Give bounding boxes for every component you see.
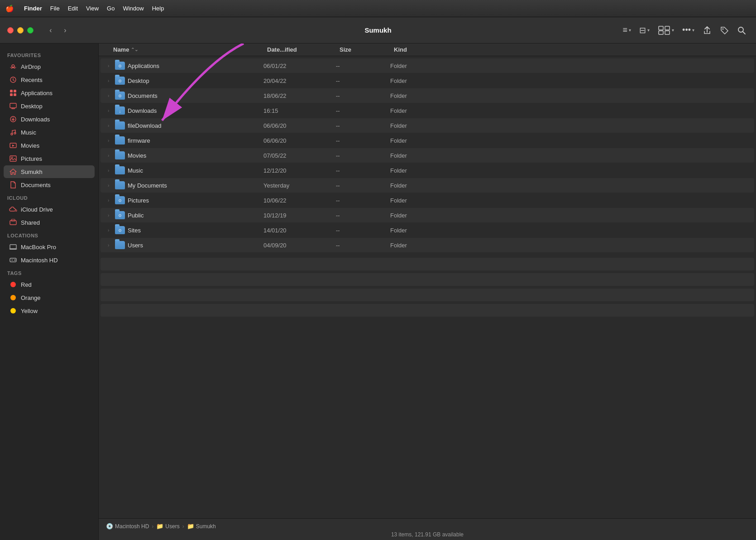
file-date: 18/06/22 [263, 92, 336, 99]
file-size: -- [336, 182, 390, 189]
breadcrumb-macintosh[interactable]: 💿 Macintosh HD [106, 523, 149, 530]
name-column-header[interactable]: Name ⌃⌄ [113, 46, 267, 53]
row-expander[interactable]: › [108, 243, 115, 248]
main-content: Name ⌃⌄ Date...ified Size Kind › Applica… [99, 43, 756, 540]
list-view-button[interactable]: ≡ ▾ [620, 24, 634, 37]
table-row[interactable]: › Applications 06/01/22 -- Folder [100, 58, 754, 73]
sidebar-item-sumukh[interactable]: Sumukh [4, 165, 95, 178]
locations-label: Locations [0, 229, 98, 240]
menu-finder[interactable]: Finder [24, 5, 42, 12]
row-expander[interactable]: › [108, 183, 115, 188]
menu-window[interactable]: Window [123, 5, 144, 12]
table-row[interactable]: › Users 04/09/20 -- Folder [100, 238, 754, 252]
date-column-header[interactable]: Date...ified [267, 46, 340, 53]
list-icon: ≡ [623, 25, 628, 35]
table-row[interactable]: › fileDownload 06/06/20 -- Folder [100, 118, 754, 133]
file-size: -- [336, 197, 390, 204]
column-headers: Name ⌃⌄ Date...ified Size Kind [99, 43, 756, 56]
menu-file[interactable]: File [50, 5, 60, 12]
search-button[interactable] [734, 24, 749, 37]
table-row[interactable]: › Public 10/12/19 -- Folder [100, 208, 754, 222]
icloud-icon [9, 205, 17, 213]
folder-icon [115, 150, 125, 160]
apple-menu[interactable]: 🍎 [5, 5, 14, 13]
sidebar-item-music[interactable]: Music [4, 126, 95, 139]
tag-button[interactable] [717, 24, 732, 37]
group-icon [658, 25, 670, 35]
table-row[interactable]: › My Documents Yesterday -- Folder [100, 178, 754, 193]
breadcrumb-sep-2: › [182, 523, 184, 530]
kind-column-header[interactable]: Kind [394, 46, 749, 53]
row-expander[interactable]: › [108, 123, 115, 128]
maximize-button[interactable] [27, 27, 33, 34]
sidebar-item-tag-orange[interactable]: Orange [4, 291, 95, 304]
laptop-icon [9, 243, 17, 251]
row-expander[interactable]: › [108, 153, 115, 158]
row-expander[interactable]: › [108, 213, 115, 218]
sidebar-item-macbook[interactable]: MacBook Pro [4, 241, 95, 253]
row-expander[interactable]: › [108, 228, 115, 233]
sidebar-item-movies[interactable]: Movies [4, 139, 95, 152]
table-row[interactable]: › Documents 18/06/22 -- Folder [100, 88, 754, 103]
shared-label: Shared [21, 219, 40, 226]
table-row[interactable]: › Downloads 16:15 -- Folder [100, 103, 754, 118]
table-row[interactable]: › Movies 07/05/22 -- Folder [100, 148, 754, 163]
row-expander[interactable]: › [108, 108, 115, 113]
sidebar-item-shared[interactable]: Shared [4, 216, 95, 229]
table-row[interactable]: › Desktop 20/04/22 -- Folder [100, 73, 754, 88]
sidebar-item-pictures[interactable]: Pictures [4, 152, 95, 165]
file-name: Documents [128, 92, 263, 99]
menu-view[interactable]: View [86, 5, 99, 12]
file-kind: Folder [390, 92, 747, 99]
nav-buttons: ‹ › [44, 24, 72, 37]
more-button[interactable]: ••• ▾ [679, 24, 697, 37]
close-button[interactable] [7, 27, 14, 34]
row-expander[interactable]: › [108, 93, 115, 98]
folder-icon [115, 91, 125, 101]
sidebar-item-downloads[interactable]: Downloads [4, 113, 95, 125]
row-expander[interactable]: › [108, 138, 115, 143]
share-button[interactable] [700, 24, 714, 37]
tag-orange-icon [9, 294, 17, 302]
window-title: Sumukh [364, 26, 391, 34]
traffic-lights [7, 27, 33, 34]
group-view-button[interactable]: ▾ [655, 24, 677, 37]
menu-help[interactable]: Help [152, 5, 164, 12]
svg-rect-12 [14, 93, 16, 96]
titlebar: ‹ › Sumukh ≡ ▾ ⊟ ▾ ▾ [0, 17, 756, 43]
sumukh-folder-icon: 📁 [187, 523, 194, 530]
sidebar-item-macintosh-hd[interactable]: Macintosh HD [4, 254, 95, 266]
share-icon [703, 26, 712, 35]
menu-go[interactable]: Go [107, 5, 115, 12]
row-expander[interactable]: › [108, 168, 115, 173]
svg-point-4 [723, 28, 724, 29]
file-kind: Folder [390, 242, 747, 249]
row-expander[interactable]: › [108, 198, 115, 203]
row-expander[interactable]: › [108, 63, 115, 68]
sidebar-item-icloud-drive[interactable]: iCloud Drive [4, 203, 95, 216]
row-expander[interactable]: › [108, 78, 115, 83]
breadcrumb-sumukh[interactable]: 📁 Sumukh [187, 523, 216, 530]
sidebar-item-documents[interactable]: Documents [4, 178, 95, 191]
breadcrumb-users[interactable]: 📁 Users [156, 523, 179, 530]
sidebar-item-tag-red[interactable]: Red [4, 278, 95, 291]
sidebar-item-airdrop[interactable]: AirDrop [4, 60, 95, 73]
sidebar-item-recents[interactable]: Recents [4, 73, 95, 86]
hierarchy-view-button[interactable]: ⊟ ▾ [636, 24, 652, 37]
file-size: -- [336, 137, 390, 144]
sidebar-item-tag-yellow[interactable]: Yellow [4, 304, 95, 317]
minimize-button[interactable] [17, 27, 24, 34]
sidebar-item-desktop[interactable]: Desktop [4, 100, 95, 112]
forward-button[interactable]: › [59, 24, 72, 37]
svg-point-29 [10, 282, 16, 287]
tags-label: Tags [0, 267, 98, 278]
back-button[interactable]: ‹ [44, 24, 57, 37]
table-row[interactable]: › Pictures 10/06/22 -- Folder [100, 193, 754, 207]
menu-edit[interactable]: Edit [68, 5, 78, 12]
size-column-header[interactable]: Size [340, 46, 394, 53]
table-row[interactable]: › Sites 14/01/20 -- Folder [100, 223, 754, 237]
file-name: Applications [128, 63, 263, 69]
sidebar-item-applications[interactable]: Applications [4, 87, 95, 99]
table-row[interactable]: › Music 12/12/20 -- Folder [100, 163, 754, 178]
table-row[interactable]: › firmware 06/06/20 -- Folder [100, 133, 754, 148]
